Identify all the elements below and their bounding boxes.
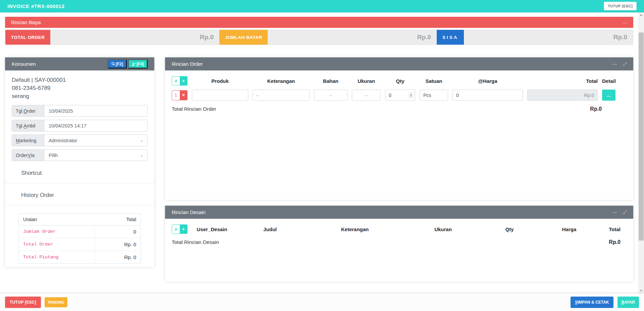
history-order-section-title[interactable]: History Order [12, 192, 148, 198]
minimize-icon[interactable]: — [613, 62, 617, 66]
plus-icon: + [180, 225, 187, 234]
history-row-label: Total Piutang [19, 251, 95, 264]
history-col-uraian: Uraian [19, 214, 95, 225]
total-order-value: Rp.0 [50, 30, 219, 45]
scrollbar-thumb[interactable] [639, 33, 644, 241]
history-order-table: Uraian Total Jumlah Order 0 Total Order … [18, 213, 141, 264]
invoice-topbar: INVOICE #TRX-000012 TUTUP [ESC] [0, 0, 644, 12]
desain-total-row: Total Rincian Desain Rp.0 [172, 239, 627, 245]
col-harga: @Harga [452, 78, 523, 84]
action-bottombar: TUTUP [ESC] PENDING SIMPAN & CETAK BAYAR [0, 294, 644, 311]
row-number: 1 [172, 91, 180, 100]
col-keterangan: Keterangan [253, 78, 310, 84]
rincian-desain-panel: Rincian Desain — ⤢ # + User_Desain Judul [165, 206, 633, 281]
order-via-select[interactable]: Pilih ⌄ [44, 150, 147, 161]
satuan-input[interactable] [420, 90, 448, 101]
col-detail: Detail [602, 78, 615, 84]
history-row-label: Jumlah Order [19, 225, 95, 238]
close-invoice-button[interactable]: TUTUP [ESC] [604, 2, 637, 10]
tgl-order-label: Tgl.Order [12, 105, 44, 116]
hash-icon: # [172, 76, 180, 85]
col-keterangan: Keterangan [308, 226, 402, 232]
order-total-value: Rp.0 [590, 106, 602, 112]
jumlah-bayar-button[interactable]: JUMLAH BAYAR [219, 30, 268, 45]
customer-phone: 081-2345-6789 [12, 84, 148, 92]
col-satuan: Satuan [420, 78, 448, 84]
produk-input[interactable] [192, 90, 248, 101]
main-content: Rincian Biaya — TOTAL ORDER Rp.0 JUMLAH … [0, 12, 638, 294]
col-ukuran: Ukuran [352, 78, 381, 84]
tgl-ambil-input[interactable] [44, 120, 147, 131]
col-ukuran: Ukuran [406, 226, 480, 232]
shortcut-section-title[interactable]: Shortcut [12, 170, 148, 176]
tutup-button[interactable]: TUTUP [ESC] [5, 297, 41, 308]
search-icon [111, 62, 115, 66]
expand-icon[interactable]: ⤢ [623, 210, 627, 214]
keterangan-input[interactable] [253, 90, 310, 101]
customer-name: Default | SAY-000001 [12, 76, 148, 84]
harga-input[interactable] [452, 90, 523, 101]
detail-button[interactable]: … [602, 90, 615, 101]
marketing-field: Marketing Administrator ⌄ [12, 135, 148, 146]
delete-order-row-button[interactable]: 1 ✕ [172, 90, 187, 100]
table-row: Total Piutang Rp. 0 [19, 251, 141, 264]
col-produk: Produk [192, 78, 248, 84]
rincian-order-panel: Rincian Order — ⤢ # + Produk Keterangan [165, 57, 633, 200]
rincian-desain-header: Rincian Desain — ⤢ [165, 206, 633, 219]
col-qty: Qty [385, 78, 415, 84]
minimize-icon[interactable]: — [622, 19, 627, 25]
col-total: Total [527, 78, 598, 84]
pending-button[interactable]: PENDING [45, 297, 67, 307]
bayar-button[interactable]: BAYAR [618, 297, 639, 308]
desain-total-label: Total Rincian Desain [172, 239, 219, 245]
sisa-value: Rp.0 [464, 30, 633, 45]
col-qty: Qty [484, 226, 535, 232]
order-table-header: # + Produk Keterangan Bahan Ukuran Qty S… [172, 76, 627, 86]
invoice-title: INVOICE #TRX-000012 [7, 3, 65, 9]
add-order-row-button[interactable]: # + [172, 76, 187, 86]
bahan-input[interactable] [314, 90, 347, 101]
jumlah-bayar-value: Rp.0 [268, 30, 437, 45]
scroll-down-icon[interactable]: ▼ [638, 288, 644, 294]
divider [5, 205, 154, 205]
vertical-scrollbar[interactable]: ▲ ▼ [638, 12, 644, 294]
scroll-up-icon[interactable]: ▲ [638, 12, 644, 18]
rincian-biaya-header: Rincian Biaya — [5, 17, 633, 28]
order-total-label: Total Rincian Order [172, 106, 216, 112]
spinner-icon[interactable]: ▲▼ [409, 92, 414, 98]
customer-city: serang [12, 92, 148, 100]
tgl-ambil-label: Tgl.Ambil [12, 120, 44, 131]
rincian-desain-title: Rincian Desain [172, 209, 206, 215]
table-row: Total Order Rp. 0 [19, 238, 141, 251]
divider [5, 183, 154, 183]
tgl-order-field: Tgl.Order [12, 105, 148, 117]
add-customer-button[interactable]: [F4] [128, 59, 148, 68]
col-harga: Harga [539, 226, 599, 232]
konsumen-header: Konsumen [F2] [F4] [5, 57, 154, 70]
order-total-row: Total Rincian Order Rp.0 [172, 106, 627, 112]
quantity-stepper[interactable]: ▲▼ [385, 90, 415, 101]
minimize-icon[interactable]: — [613, 210, 617, 214]
sisa-button[interactable]: SISA [437, 30, 464, 45]
add-desain-row-button[interactable]: # + [172, 224, 187, 234]
history-row-label: Total Order [19, 238, 95, 251]
rincian-biaya-title: Rincian Biaya [11, 20, 41, 25]
chevron-down-icon: ⌄ [140, 153, 143, 157]
search-customer-button[interactable]: [F2] [108, 59, 127, 68]
total-order-button[interactable]: TOTAL ORDER [5, 30, 50, 45]
konsumen-title: Konsumen [12, 61, 36, 67]
expand-icon[interactable]: ⤢ [623, 62, 627, 66]
col-total: Total [604, 226, 627, 232]
person-plus-icon [132, 62, 136, 66]
order-via-field: OrderVia Pilih ⌄ [12, 149, 148, 161]
close-icon: ✕ [180, 91, 187, 100]
col-bahan: Bahan [314, 78, 347, 84]
marketing-select[interactable]: Administrator ⌄ [44, 135, 147, 146]
simpan-cetak-button[interactable]: SIMPAN & CETAK [571, 297, 613, 308]
marketing-label: Marketing [12, 135, 44, 146]
totals-strip: TOTAL ORDER Rp.0 JUMLAH BAYAR Rp.0 SISA … [5, 30, 633, 45]
col-user-desain: User_Desain [192, 226, 232, 232]
ukuran-input[interactable] [352, 90, 381, 101]
tgl-order-input[interactable] [44, 105, 147, 116]
table-row: Jumlah Order 0 [19, 225, 141, 238]
